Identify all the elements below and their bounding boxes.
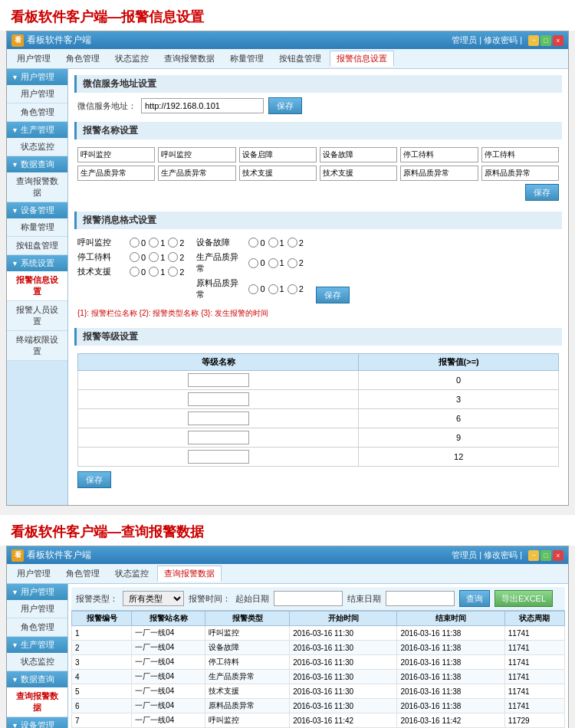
menu-tab-alarmdata2[interactable]: 查询报警数据 bbox=[157, 566, 222, 582]
sidebar-group-header-user2[interactable]: ▼ 用户管理 bbox=[7, 584, 67, 600]
maximize-btn1[interactable]: □ bbox=[540, 35, 551, 46]
sidebar-group-header-user1[interactable]: ▼ 用户管理 bbox=[7, 69, 67, 85]
maximize-btn2[interactable]: □ bbox=[540, 550, 551, 561]
window-controls1[interactable]: － □ × bbox=[528, 35, 564, 46]
menu-tab-alarmsetting1[interactable]: 报警信息设置 bbox=[330, 51, 394, 67]
sidebar-item-statusmon2[interactable]: 状态监控 bbox=[7, 653, 67, 671]
table-row[interactable]: 5 一厂一线04 技术支援 2016-03-16 11:30 2016-03-1… bbox=[72, 684, 565, 699]
format-radio-stop-1[interactable]: 1 bbox=[149, 252, 165, 262]
sidebar-item-weighmgmt1[interactable]: 称量管理 bbox=[7, 218, 67, 237]
alarm-name-12[interactable] bbox=[481, 166, 559, 181]
minimize-btn1[interactable]: － bbox=[528, 35, 539, 46]
window-controls2[interactable]: － □ × bbox=[528, 550, 564, 561]
format-radio-call-1[interactable]: 1 bbox=[149, 238, 165, 248]
level-name-4[interactable] bbox=[188, 450, 249, 464]
sidebar-item-permission1[interactable]: 终端权限设置 bbox=[7, 331, 67, 361]
minimize-btn2[interactable]: － bbox=[528, 550, 539, 561]
format-radio-stop-2[interactable]: 2 bbox=[168, 252, 184, 262]
search-type-select[interactable]: 所有类型 bbox=[123, 591, 184, 606]
search-startdate-input[interactable] bbox=[274, 591, 343, 606]
format-radio-call-0[interactable]: 0 bbox=[130, 238, 146, 248]
format-radio-material-2[interactable]: 2 bbox=[288, 284, 304, 294]
table-row[interactable]: 1 一厂一线04 呼叫监控 2016-03-16 11:30 2016-03-1… bbox=[72, 626, 565, 641]
sidebar-group-header-device2[interactable]: ▼ 设备管理 bbox=[7, 717, 67, 728]
format-radio-tech-0[interactable]: 0 bbox=[130, 267, 146, 277]
sidebar-item-alarmsetting1[interactable]: 报警信息设置 bbox=[7, 271, 67, 301]
close-btn2[interactable]: × bbox=[553, 550, 564, 561]
format-radio-tech-1[interactable]: 1 bbox=[149, 267, 165, 277]
alarm-name-3[interactable] bbox=[239, 147, 317, 162]
alarm-name-10[interactable] bbox=[320, 166, 397, 181]
sidebar-item-usermgmt1[interactable]: 用户管理 bbox=[7, 85, 67, 103]
format-radio-material-1[interactable]: 1 bbox=[268, 284, 284, 294]
alarm-name-7[interactable] bbox=[77, 166, 155, 181]
menu-tab-user2[interactable]: 用户管理 bbox=[10, 566, 58, 582]
sidebar-group-header-data1[interactable]: ▼ 数据查询 bbox=[7, 156, 67, 172]
sidebar-group-header-prod2[interactable]: ▼ 生产管理 bbox=[7, 637, 67, 653]
search-enddate-input[interactable] bbox=[386, 591, 455, 606]
sidebar-item-alarmdata2[interactable]: 查询报警数据 bbox=[7, 687, 67, 717]
menu-tab-user1[interactable]: 用户管理 bbox=[10, 51, 58, 67]
alarm-name-11[interactable] bbox=[400, 166, 478, 181]
alarm-name-1[interactable] bbox=[77, 147, 155, 162]
sidebar-item-alarmdata1[interactable]: 查询报警数据 bbox=[7, 172, 67, 202]
alarm-name-4[interactable] bbox=[320, 147, 397, 162]
level-value-3: 9 bbox=[359, 428, 559, 448]
window-title2: 看板软件客户端 bbox=[27, 549, 91, 562]
format-radio-quality-1[interactable]: 1 bbox=[268, 258, 284, 268]
sidebar-item-btnpad1[interactable]: 按钮盘管理 bbox=[7, 237, 67, 255]
wechat-row: 微信服务地址： 保存 bbox=[74, 97, 562, 114]
table-row[interactable]: 7 一厂一线04 呼叫监控 2016-03-16 11:42 2016-03-1… bbox=[72, 713, 565, 728]
sidebar-item-alarmperson1[interactable]: 报警人员设置 bbox=[7, 301, 67, 331]
level-name-2[interactable] bbox=[188, 412, 249, 425]
format-radio-quality-0[interactable]: 0 bbox=[248, 258, 264, 268]
sidebar-group-header-data2[interactable]: ▼ 数据查询 bbox=[7, 671, 67, 687]
menu-tab-alarm1[interactable]: 查询报警数据 bbox=[157, 51, 222, 67]
table-row[interactable]: 6 一厂一线04 原料品质异常 2016-03-16 11:30 2016-03… bbox=[72, 699, 565, 713]
menu-tab-role2[interactable]: 角色管理 bbox=[59, 566, 107, 582]
menu-tab-role1[interactable]: 角色管理 bbox=[59, 51, 107, 67]
search-btn[interactable]: 查询 bbox=[459, 590, 490, 607]
format-radio-quality-2[interactable]: 2 bbox=[288, 258, 304, 268]
alarm-name-2[interactable] bbox=[158, 147, 235, 162]
menu-tab-weigh1[interactable]: 称量管理 bbox=[223, 51, 271, 67]
sidebar-group-header-sys1[interactable]: ▼ 系统设置 bbox=[7, 255, 67, 271]
alarm-names-save-btn[interactable]: 保存 bbox=[525, 184, 559, 201]
wechat-save-btn[interactable]: 保存 bbox=[268, 97, 302, 114]
table-row[interactable]: 2 一厂一线04 设备故障 2016-03-16 11:30 2016-03-1… bbox=[72, 641, 565, 655]
alarm-name-9[interactable] bbox=[239, 166, 317, 181]
level-name-3[interactable] bbox=[188, 431, 249, 444]
format-radio-stop-0[interactable]: 0 bbox=[130, 252, 146, 262]
format-radio-device-0[interactable]: 0 bbox=[248, 238, 264, 248]
sidebar-item-usermgmt2[interactable]: 用户管理 bbox=[7, 600, 67, 618]
format-radio-device-1[interactable]: 1 bbox=[268, 238, 284, 248]
menu-tab-status2[interactable]: 状态监控 bbox=[108, 566, 156, 582]
excel-btn[interactable]: 导出EXCEL bbox=[495, 590, 553, 607]
format-radio-tech-2[interactable]: 2 bbox=[168, 267, 184, 277]
level-name-0[interactable] bbox=[188, 373, 249, 387]
level-name-1[interactable] bbox=[188, 392, 249, 406]
close-btn1[interactable]: × bbox=[553, 35, 564, 46]
sidebar-group-header-device1[interactable]: ▼ 设备管理 bbox=[7, 202, 67, 218]
menu-tab-btn1[interactable]: 按钮盘管理 bbox=[272, 51, 328, 67]
sidebar-item-rolemgmt2[interactable]: 角色管理 bbox=[7, 618, 67, 637]
wechat-section: 微信服务地址设置 微信服务地址： 保存 bbox=[74, 75, 562, 114]
cell-duration: 11741 bbox=[504, 655, 564, 670]
table-row[interactable]: 3 一厂一线04 停工待料 2016-03-16 11:30 2016-03-1… bbox=[72, 655, 565, 670]
format-radio-device-2[interactable]: 2 bbox=[288, 238, 304, 248]
alarm-name-5[interactable] bbox=[400, 147, 478, 162]
sidebar-item-rolemgmt1[interactable]: 角色管理 bbox=[7, 103, 67, 122]
format-radio-material-0[interactable]: 0 bbox=[248, 284, 264, 294]
wechat-input[interactable] bbox=[141, 98, 264, 113]
sidebar-item-statusmon1[interactable]: 状态监控 bbox=[7, 138, 67, 156]
alarm-name-8[interactable] bbox=[158, 166, 235, 181]
sidebar-group-header-prod1[interactable]: ▼ 生产管理 bbox=[7, 122, 67, 138]
level-save-btn[interactable]: 保存 bbox=[77, 471, 111, 488]
format-radio-call-2[interactable]: 2 bbox=[168, 238, 184, 248]
format-label-tech: 技术支援 bbox=[77, 266, 123, 277]
format-save-btn[interactable]: 保存 bbox=[316, 287, 350, 303]
table-row[interactable]: 4 一厂一线04 生产品质异常 2016-03-16 11:30 2016-03… bbox=[72, 670, 565, 684]
alarm-name-6[interactable] bbox=[481, 147, 559, 162]
titlebar2: 看 看板软件客户端 管理员 | 修改密码 | － □ × bbox=[7, 546, 568, 564]
menu-tab-status1[interactable]: 状态监控 bbox=[108, 51, 156, 67]
